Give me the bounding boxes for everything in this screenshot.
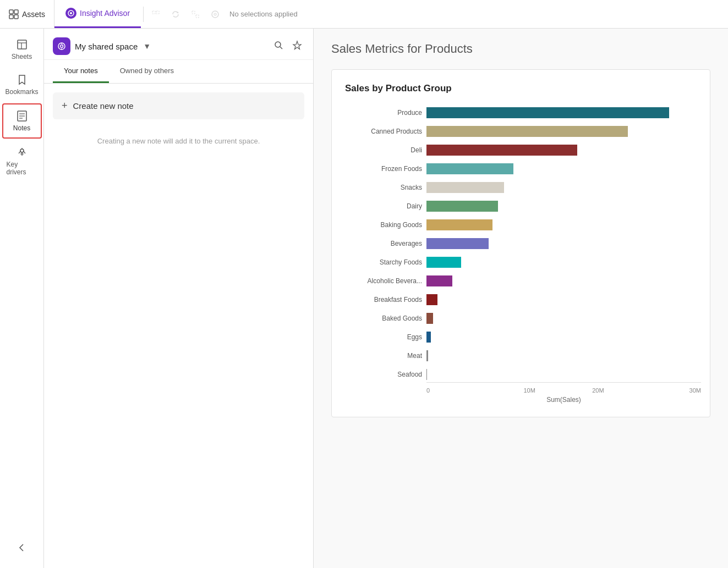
- chart-x-label: Sum(Sales): [426, 396, 701, 404]
- bar-fill[interactable]: [426, 275, 452, 286]
- bar-track: [426, 369, 701, 380]
- key-drivers-label: Key drivers: [7, 161, 37, 176]
- svg-rect-10: [196, 15, 199, 18]
- x-axis-tick: 0: [426, 387, 495, 394]
- bar-label: Deli: [345, 146, 422, 154]
- tab-owned-by-others[interactable]: Owned by others: [109, 60, 185, 83]
- tab-your-notes[interactable]: Your notes: [53, 60, 109, 83]
- svg-point-28: [275, 42, 281, 47]
- toolbar-divider-1: [143, 7, 144, 22]
- svg-point-25: [61, 45, 63, 48]
- bar-label: Frozen Foods: [345, 165, 422, 173]
- sidebar-item-notes[interactable]: Notes: [2, 103, 42, 139]
- assets-label: Assets: [22, 10, 45, 19]
- no-selections-indicator: No selections applied: [225, 10, 302, 18]
- bar-track: [426, 275, 701, 286]
- bar-fill[interactable]: [426, 294, 437, 305]
- bar-label: Dairy: [345, 202, 422, 210]
- selection-back-button[interactable]: [146, 4, 166, 24]
- selection-cycle-button[interactable]: [166, 4, 185, 24]
- notes-icon: [16, 110, 28, 122]
- assets-icon: [9, 9, 19, 19]
- search-icon[interactable]: [271, 38, 286, 54]
- x-axis-tick: 10M: [495, 387, 564, 394]
- notes-panel: My shared space ▼ Your notes Owned by ot…: [44, 29, 314, 568]
- create-note-label: Create new note: [73, 101, 134, 111]
- bar-fill[interactable]: [426, 238, 489, 249]
- bar-row: Baking Goods: [345, 217, 701, 233]
- bar-track: [426, 107, 701, 118]
- bar-fill[interactable]: [426, 369, 427, 380]
- create-note-plus-icon: +: [62, 100, 68, 112]
- bar-label: Beverages: [345, 240, 422, 247]
- bar-row: Baked Goods: [345, 311, 701, 326]
- notes-hint-text: Creating a new note will add it to the c…: [44, 128, 313, 154]
- space-name: My shared space: [75, 42, 138, 51]
- sidebar-item-sheets[interactable]: Sheets: [2, 33, 42, 66]
- bar-fill[interactable]: [426, 145, 577, 156]
- selection-settings-button[interactable]: [205, 4, 225, 24]
- bar-fill[interactable]: [426, 107, 669, 118]
- svg-rect-3: [14, 15, 18, 19]
- bar-row: Alcoholic Bevera...: [345, 273, 701, 289]
- sheets-icon: [16, 38, 28, 51]
- bar-row: Starchy Foods: [345, 255, 701, 270]
- sidebar-item-key-drivers[interactable]: Key drivers: [2, 141, 42, 181]
- bar-fill[interactable]: [426, 163, 513, 174]
- bar-label: Snacks: [345, 184, 422, 191]
- bar-fill[interactable]: [426, 313, 433, 324]
- bar-row: Dairy: [345, 198, 701, 214]
- svg-point-11: [212, 11, 218, 18]
- sidebar-collapse-button[interactable]: [2, 536, 42, 559]
- assets-button[interactable]: Assets: [0, 0, 54, 28]
- svg-point-12: [214, 13, 216, 15]
- bar-label: Canned Products: [345, 128, 422, 135]
- chart-main-title: Sales Metrics for Products: [331, 42, 710, 56]
- bar-label: Meat: [345, 352, 422, 360]
- create-note-button[interactable]: + Create new note: [53, 92, 304, 119]
- bar-label: Alcoholic Bevera...: [345, 277, 422, 285]
- svg-rect-1: [14, 10, 18, 14]
- bar-fill[interactable]: [426, 350, 428, 361]
- insight-advisor-button[interactable]: Insight Advisor: [54, 0, 141, 28]
- svg-point-20: [20, 149, 24, 152]
- chart-subtitle: Sales by Product Group: [345, 83, 701, 94]
- bar-row: Snacks: [345, 180, 701, 195]
- bar-fill[interactable]: [426, 332, 431, 343]
- bar-track: [426, 182, 701, 193]
- bar-fill[interactable]: [426, 126, 628, 137]
- svg-rect-2: [9, 15, 13, 19]
- bar-row: Seafood: [345, 367, 701, 382]
- chart-x-axis: 010M20M30M: [426, 382, 701, 394]
- key-drivers-icon: [16, 146, 28, 158]
- notes-label: Notes: [13, 124, 30, 132]
- svg-rect-7: [156, 11, 159, 14]
- collapse-icon: [16, 542, 28, 554]
- bar-row: Produce: [345, 105, 701, 120]
- sidebar-item-bookmarks[interactable]: Bookmarks: [2, 68, 42, 101]
- space-chevron-icon: ▼: [143, 42, 151, 51]
- selection-redo-button[interactable]: [185, 4, 205, 24]
- x-axis-tick: 20M: [564, 387, 633, 394]
- bar-track: [426, 332, 701, 343]
- bar-fill[interactable]: [426, 219, 492, 230]
- bar-track: [426, 313, 701, 324]
- notes-header: My shared space ▼: [44, 29, 313, 60]
- no-selections-text: No selections applied: [229, 10, 298, 18]
- bar-label: Breakfast Foods: [345, 296, 422, 304]
- toolbar: Assets Insight Advisor No selections app…: [0, 0, 728, 29]
- bookmarks-icon: [16, 74, 28, 86]
- bar-row: Deli: [345, 142, 701, 158]
- chart-area: Sales Metrics for Products Sales by Prod…: [314, 29, 728, 568]
- insight-advisor-label: Insight Advisor: [80, 9, 130, 18]
- space-selector[interactable]: My shared space ▼: [53, 37, 151, 55]
- bar-row: Breakfast Foods: [345, 292, 701, 307]
- chart-container: Sales by Product Group ProduceCanned Pro…: [331, 69, 710, 417]
- bar-fill[interactable]: [426, 201, 498, 212]
- sidebar: Sheets Bookmarks Notes: [0, 29, 44, 568]
- bar-track: [426, 238, 701, 249]
- bar-fill[interactable]: [426, 257, 461, 268]
- bar-fill[interactable]: [426, 182, 504, 193]
- pin-icon[interactable]: [290, 38, 304, 54]
- svg-rect-9: [192, 11, 195, 14]
